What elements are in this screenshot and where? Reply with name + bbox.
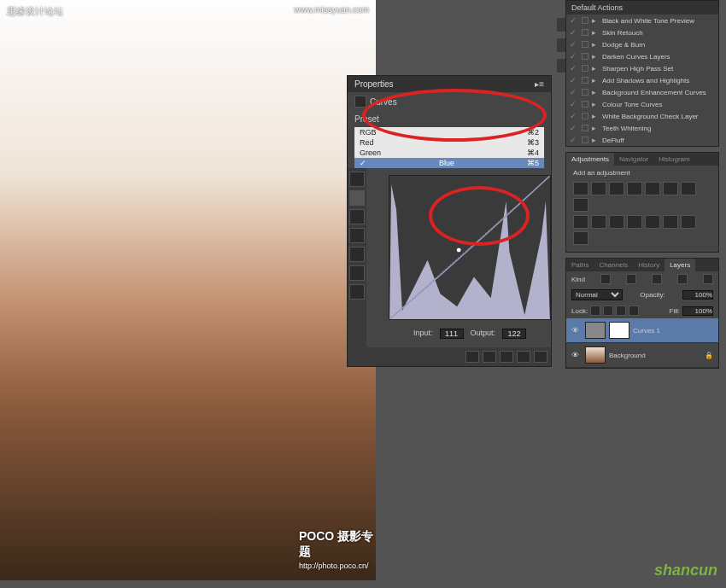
- channel-mixer-icon[interactable]: [591, 215, 606, 229]
- action-row[interactable]: ✓▸Darken Curves Layers: [566, 50, 718, 62]
- canvas-area[interactable]: 思缘设计论坛 www.missyuan.com POCO 摄影专题 http:/…: [0, 0, 376, 580]
- filter-type-icon[interactable]: [652, 274, 662, 284]
- filter-shape-icon[interactable]: [677, 274, 688, 284]
- action-row[interactable]: ✓▸DeFluff: [566, 134, 718, 146]
- actions-header: Default Actions: [566, 1, 718, 15]
- lock-label: Lock:: [571, 307, 588, 315]
- adjustment-icons-row2: [566, 213, 718, 247]
- layer-curves1[interactable]: 👁 Curves 1: [566, 318, 718, 343]
- action-row[interactable]: ✓▸Add Shadows and Highlights: [566, 74, 718, 86]
- input-label: Input:: [413, 329, 433, 339]
- tab-history[interactable]: History: [633, 259, 665, 271]
- action-row[interactable]: ✓▸White Background Check Layer: [566, 110, 718, 122]
- curves-histogram[interactable]: [389, 175, 551, 320]
- layer-name[interactable]: Background: [609, 352, 701, 359]
- watermark-top-left: 思缘设计论坛: [7, 5, 63, 18]
- layer-thumb-bg[interactable]: [585, 346, 606, 364]
- eyedropper-gray-icon[interactable]: [349, 265, 365, 281]
- input-output-row: Input: Output:: [389, 323, 551, 344]
- opacity-input[interactable]: [682, 290, 713, 300]
- preset-row: Preset: [348, 111, 551, 127]
- input-value[interactable]: [440, 329, 464, 339]
- lock-transparency-icon[interactable]: [590, 306, 600, 316]
- curves-icon: [354, 96, 366, 108]
- smooth-tool-icon[interactable]: [349, 228, 365, 243]
- lock-position-icon[interactable]: [616, 306, 626, 316]
- exposure-icon[interactable]: [627, 182, 642, 195]
- filter-adj-icon[interactable]: [626, 274, 636, 284]
- color-balance-icon[interactable]: [681, 182, 696, 195]
- tab-adjustments[interactable]: Adjustments: [566, 153, 614, 166]
- lock-all-icon[interactable]: [629, 306, 639, 316]
- output-value[interactable]: [502, 329, 526, 339]
- brightness-icon[interactable]: [573, 182, 588, 195]
- invert-icon[interactable]: [627, 215, 642, 229]
- preset-label: Preset: [354, 114, 379, 124]
- filter-pixel-icon[interactable]: [600, 274, 611, 284]
- eyedropper-white-icon[interactable]: [349, 284, 365, 300]
- threshold-icon[interactable]: [663, 215, 678, 229]
- delete-icon[interactable]: [534, 351, 547, 363]
- output-label: Output:: [471, 329, 496, 339]
- tab-layers[interactable]: Layers: [665, 259, 695, 271]
- tab-histogram[interactable]: Histogram: [653, 153, 694, 166]
- channel-red[interactable]: Red⌘3: [354, 137, 544, 148]
- bw-icon[interactable]: [573, 198, 588, 212]
- channel-blue[interactable]: ✓ Blue⌘5: [354, 158, 544, 168]
- blend-mode-select[interactable]: Normal: [571, 289, 623, 300]
- action-row[interactable]: ✓▸Sharpen High Pass Set: [566, 62, 718, 74]
- action-row[interactable]: ✓▸Teeth Whitening: [566, 122, 718, 134]
- selective-color-icon[interactable]: [573, 231, 588, 245]
- properties-footer: [348, 347, 551, 366]
- adjustments-tabs: Adjustments Navigator Histogram: [566, 153, 718, 166]
- hue-icon[interactable]: [663, 182, 678, 195]
- pencil-tool-icon[interactable]: [349, 209, 365, 224]
- posterize-icon[interactable]: [645, 215, 660, 229]
- visibility-icon[interactable]: [517, 351, 530, 363]
- lock-fill-row: Lock: Fill:: [566, 303, 718, 318]
- layer-name[interactable]: Curves 1: [633, 327, 713, 335]
- eye-icon[interactable]: 👁: [571, 351, 582, 359]
- tab-paths[interactable]: Paths: [566, 259, 594, 271]
- layers-panel: Paths Channels History Layers Kind Norma…: [565, 258, 719, 369]
- properties-panel: Properties ▸≡ Curves Preset RGB⌘2 Red⌘3 …: [347, 75, 552, 367]
- vibrance-icon[interactable]: [645, 182, 660, 195]
- watermark-poco: POCO 摄影专题: [299, 529, 376, 560]
- photo-filter-icon[interactable]: [573, 215, 588, 229]
- eyedropper-black-icon[interactable]: [349, 247, 365, 262]
- action-row[interactable]: ✓▸Skin Retouch: [566, 26, 718, 38]
- action-row[interactable]: ✓▸Background Enhancement Curves: [566, 86, 718, 98]
- gradient-map-icon[interactable]: [681, 215, 696, 229]
- fill-input[interactable]: [682, 306, 713, 316]
- hand-tool-icon[interactable]: [349, 172, 365, 187]
- reset-icon[interactable]: [500, 351, 513, 363]
- properties-tab[interactable]: Properties: [354, 79, 394, 89]
- view-previous-icon[interactable]: [483, 351, 496, 363]
- point-tool-icon[interactable]: [349, 190, 365, 206]
- layer-background[interactable]: 👁 Background 🔒: [566, 343, 718, 368]
- opacity-label: Opacity:: [640, 291, 665, 299]
- channel-green[interactable]: Green⌘4: [354, 148, 544, 158]
- layer-thumb-curves[interactable]: [585, 322, 606, 339]
- levels-icon[interactable]: [591, 182, 606, 195]
- watermark-poco-url: http://photo.poco.cn/: [299, 562, 369, 570]
- panel-menu-icon[interactable]: ▸≡: [535, 79, 544, 89]
- lock-pixels-icon[interactable]: [603, 306, 613, 316]
- action-row[interactable]: ✓▸Black and White Tone Preview: [566, 15, 718, 26]
- tab-channels[interactable]: Channels: [594, 259, 633, 271]
- add-adjustment-label: Add an adjustment: [566, 166, 718, 180]
- blend-opacity-row: Normal Opacity:: [566, 287, 718, 303]
- layer-mask[interactable]: [609, 322, 629, 339]
- right-panels: Default Actions ✓▸Black and White Tone P…: [565, 0, 719, 369]
- filter-smart-icon[interactable]: [703, 274, 713, 284]
- curves-adj-icon[interactable]: [609, 182, 624, 195]
- clip-icon[interactable]: [465, 351, 479, 363]
- tab-navigator[interactable]: Navigator: [614, 153, 653, 166]
- channel-dropdown[interactable]: RGB⌘2 Red⌘3 Green⌘4 ✓ Blue⌘5: [354, 127, 544, 168]
- action-row[interactable]: ✓▸Dodge & Burn: [566, 38, 718, 50]
- eye-icon[interactable]: 👁: [571, 326, 582, 335]
- channel-rgb[interactable]: RGB⌘2: [354, 127, 544, 137]
- action-row[interactable]: ✓▸Colour Tone Curves: [566, 98, 718, 110]
- color-lookup-icon[interactable]: [609, 215, 624, 229]
- lock-icon: 🔒: [705, 352, 713, 359]
